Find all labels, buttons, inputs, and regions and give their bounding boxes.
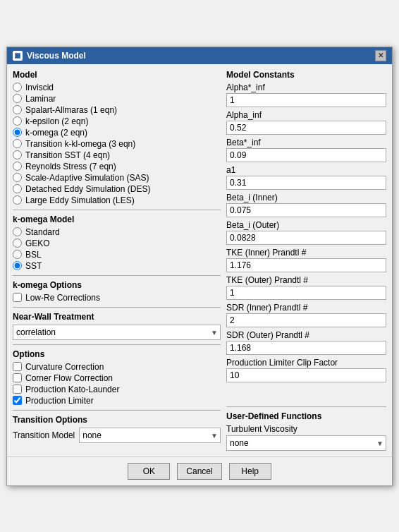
production-kato-launder: Production Kato-Launder <box>13 385 221 394</box>
model-transition-sst: Transition SST (4 eqn) <box>13 150 221 160</box>
model-sas-label: Scale-Adaptive Simulation (SAS) <box>25 173 149 183</box>
model-section-title: Model <box>13 70 221 80</box>
model-des-label: Detached Eddy Simulation (DES) <box>25 184 150 194</box>
beta-i-outer-input[interactable] <box>226 231 386 245</box>
model-spalart-radio[interactable] <box>13 105 22 114</box>
model-laminar-label: Laminar <box>25 94 56 104</box>
production-kato-launder-checkbox[interactable] <box>13 385 22 394</box>
curvature-correction-checkbox[interactable] <box>13 362 22 371</box>
model-sas: Scale-Adaptive Simulation (SAS) <box>13 173 221 183</box>
model-reynolds-radio[interactable] <box>13 162 22 171</box>
production-limiter-clip-input[interactable] <box>226 368 386 382</box>
dialog-icon <box>13 51 23 61</box>
sdr-inner-prandtl-input[interactable] <box>226 313 386 327</box>
model-transition-kklomega-radio[interactable] <box>13 139 22 148</box>
right-panel: Model Constants Alpha*_inf Alpha_inf Bet… <box>226 70 386 451</box>
model-laminar: Laminar <box>13 94 221 104</box>
turbulent-viscosity-select[interactable]: none <box>226 435 386 451</box>
near-wall-select-wrapper: correlation enhanced standard ▼ <box>13 325 221 340</box>
title-bar: Viscous Model ✕ <box>7 47 392 64</box>
beta-star-inf-label: Beta*_inf <box>226 138 386 147</box>
model-des-radio[interactable] <box>13 184 22 193</box>
model-constants-fields: Alpha*_inf Alpha_inf Beta*_inf a1 Beta_i <box>226 83 386 385</box>
dialog-body: Model Inviscid Laminar Spalart-Allmaras … <box>7 64 392 457</box>
svg-rect-0 <box>15 53 20 59</box>
model-des: Detached Eddy Simulation (DES) <box>13 184 221 194</box>
field-production-limiter-clip: Production Limiter Clip Factor <box>226 358 386 382</box>
field-tke-outer-prandtl: TKE (Outer) Prandtl # <box>226 275 386 300</box>
divider-2 <box>13 275 221 276</box>
field-a1: a1 <box>226 165 386 190</box>
beta-star-inf-input[interactable] <box>226 148 386 162</box>
tke-inner-prandtl-input[interactable] <box>226 258 386 272</box>
komega-standard-radio[interactable] <box>13 227 22 236</box>
tke-inner-prandtl-label: TKE (Inner) Prandtl # <box>226 248 386 258</box>
near-wall-select[interactable]: correlation enhanced standard <box>13 325 221 340</box>
beta-i-inner-input[interactable] <box>226 203 386 217</box>
field-beta-star-inf: Beta*_inf <box>226 138 386 162</box>
turbulent-viscosity-label: Turbulent Viscosity <box>226 424 386 434</box>
model-constants-title: Model Constants <box>226 70 386 80</box>
a1-label: a1 <box>226 165 386 175</box>
model-kepsilon-radio[interactable] <box>13 116 22 126</box>
dialog-title: Viscous Model <box>27 51 86 61</box>
production-kato-launder-label: Production Kato-Launder <box>25 385 119 394</box>
model-transition-kklomega: Transition k-kl-omega (3 eqn) <box>13 139 221 149</box>
divider-1 <box>13 210 221 210</box>
near-wall-title: Near-Wall Treatment <box>13 312 221 322</box>
komega-bsl-radio[interactable] <box>13 250 22 259</box>
model-sas-radio[interactable] <box>13 173 22 182</box>
model-transition-sst-radio[interactable] <box>13 150 22 159</box>
low-re-corrections-checkbox[interactable] <box>13 293 22 302</box>
viscous-model-dialog: Viscous Model ✕ Model Inviscid Laminar S… <box>6 47 393 486</box>
sdr-inner-prandtl-label: SDR (Inner) Prandtl # <box>226 303 386 313</box>
field-tke-inner-prandtl: TKE (Inner) Prandtl # <box>226 248 386 272</box>
tke-outer-prandtl-input[interactable] <box>226 286 386 300</box>
tke-outer-prandtl-label: TKE (Outer) Prandtl # <box>226 275 386 285</box>
model-komega-radio[interactable] <box>13 128 22 137</box>
model-les-radio[interactable] <box>13 195 22 205</box>
ok-button[interactable]: OK <box>128 463 170 480</box>
production-limiter-checkbox[interactable] <box>13 396 22 405</box>
komega-geko: GEKO <box>13 238 221 248</box>
alpha-star-inf-input[interactable] <box>226 93 386 107</box>
curvature-correction: Curvature Correction <box>13 362 221 372</box>
transition-model-select[interactable]: none <box>79 428 221 443</box>
divider-4 <box>13 344 221 345</box>
model-spalart-label: Spalart-Allmaras (1 eqn) <box>25 105 117 115</box>
a1-input[interactable] <box>226 176 386 190</box>
komega-geko-radio[interactable] <box>13 238 22 248</box>
transition-model-select-wrapper: none ▼ <box>79 428 221 443</box>
field-alpha-star-inf: Alpha*_inf <box>226 83 386 107</box>
production-limiter-clip-label: Production Limiter Clip Factor <box>226 358 386 368</box>
model-transition-sst-label: Transition SST (4 eqn) <box>25 150 110 160</box>
komega-model-title: k-omega Model <box>13 214 221 224</box>
left-panel: Model Inviscid Laminar Spalart-Allmaras … <box>13 70 221 451</box>
production-limiter: Production Limiter <box>13 396 221 406</box>
model-les-label: Large Eddy Simulation (LES) <box>25 195 135 205</box>
alpha-inf-input[interactable] <box>226 121 386 135</box>
komega-radio-group: Standard GEKO BSL SST <box>13 227 221 271</box>
corner-flow-correction: Corner Flow Correction <box>13 373 221 383</box>
corner-flow-correction-checkbox[interactable] <box>13 373 22 382</box>
close-button[interactable]: ✕ <box>375 50 386 61</box>
model-inviscid-radio[interactable] <box>13 83 22 92</box>
komega-standard: Standard <box>13 227 221 237</box>
komega-sst-label: SST <box>25 261 42 271</box>
alpha-inf-label: Alpha_inf <box>226 110 386 120</box>
cancel-button[interactable]: Cancel <box>177 463 221 480</box>
model-laminar-radio[interactable] <box>13 94 22 103</box>
komega-options-title: k-omega Options <box>13 280 221 290</box>
model-radio-group: Inviscid Laminar Spalart-Allmaras (1 eqn… <box>13 83 221 205</box>
field-sdr-inner-prandtl: SDR (Inner) Prandtl # <box>226 303 386 327</box>
model-les: Large Eddy Simulation (LES) <box>13 195 221 205</box>
constants-spacer <box>226 385 386 399</box>
komega-sst-radio[interactable] <box>13 261 22 270</box>
model-kepsilon-label: k-epsilon (2 eqn) <box>25 116 88 126</box>
low-re-corrections: Low-Re Corrections <box>13 293 221 303</box>
help-button[interactable]: Help <box>229 463 271 480</box>
sdr-outer-prandtl-input[interactable] <box>226 341 386 355</box>
dialog-footer: OK Cancel Help <box>7 457 392 485</box>
field-beta-i-outer: Beta_i (Outer) <box>226 220 386 245</box>
model-kepsilon: k-epsilon (2 eqn) <box>13 116 221 126</box>
